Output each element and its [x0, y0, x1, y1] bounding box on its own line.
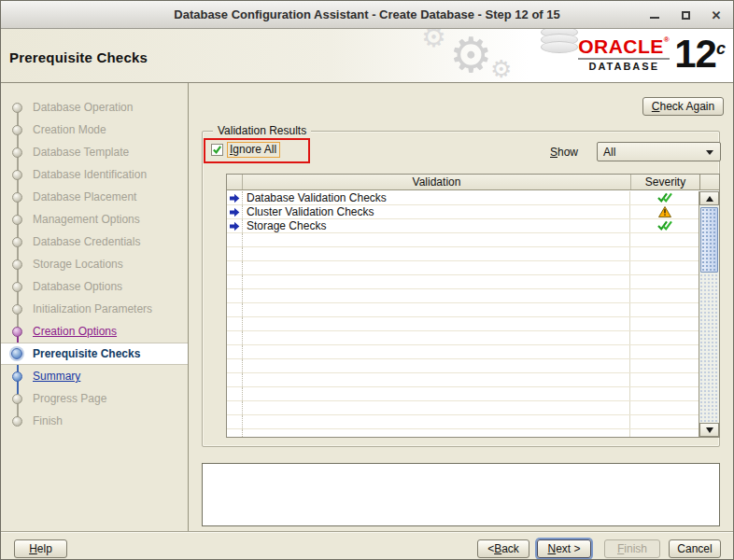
- chevron-down-icon: [706, 150, 713, 155]
- ignore-all-checkbox[interactable]: [211, 144, 223, 156]
- step-circle-icon: [11, 348, 22, 359]
- step-circle-icon: [12, 125, 22, 135]
- step-label: Database Placement: [33, 190, 136, 203]
- body: Database OperationCreation ModeDatabase …: [1, 83, 733, 533]
- validation-table-body: Database Validation ChecksCluster Valida…: [227, 191, 699, 437]
- table-row-empty: [227, 401, 699, 415]
- titlebar: Database Configuration Assistant - Creat…: [1, 1, 733, 29]
- step-circle-icon: [12, 304, 22, 315]
- validation-cell: [243, 317, 629, 330]
- header-marker-column: [227, 175, 243, 189]
- scroll-up-icon: [706, 196, 713, 202]
- severity-cell: [629, 205, 699, 218]
- severity-cell: [629, 247, 699, 260]
- step-label: Management Options: [33, 213, 140, 226]
- table-row[interactable]: Database Validation Checks: [227, 191, 699, 205]
- row-marker-cell: [227, 387, 243, 400]
- back-button[interactable]: < Back: [477, 539, 529, 558]
- table-row-empty: [227, 415, 699, 429]
- logo-divider: [578, 58, 670, 60]
- sidebar-item-database-credentials: Database Credentials: [1, 231, 188, 253]
- table-row[interactable]: Storage Checks: [227, 219, 699, 233]
- finish-button: Finish: [604, 539, 660, 558]
- table-row-empty: [227, 233, 699, 247]
- minimize-icon[interactable]: [647, 7, 662, 22]
- severity-cell: [629, 401, 699, 414]
- step-circle-icon: [12, 103, 22, 113]
- severity-cell: [629, 261, 699, 274]
- table-row-empty: [227, 373, 699, 387]
- window-title: Database Configuration Assistant - Creat…: [174, 7, 559, 21]
- validation-results-group: Validation Results Ignore All Show All: [202, 131, 720, 447]
- sidebar-item-creation-options[interactable]: Creation Options: [1, 320, 188, 343]
- header-artwork: ⚙ ⚙ ⚙ ORACLE® DATABASE 12c: [401, 29, 733, 82]
- severity-cell: [629, 233, 699, 246]
- step-label: Creation Mode: [33, 123, 106, 136]
- version-12-text: 12: [674, 32, 716, 76]
- cancel-button[interactable]: Cancel: [669, 539, 721, 558]
- header: ⚙ ⚙ ⚙ ORACLE® DATABASE 12c Prerequisite …: [1, 29, 733, 83]
- severity-cell: [629, 429, 699, 437]
- severity-cell: [629, 345, 699, 358]
- group-label: Validation Results: [213, 124, 311, 137]
- severity-cell: [629, 317, 699, 330]
- next-button[interactable]: Next >: [537, 539, 591, 558]
- severity-cell: [629, 191, 699, 204]
- vertical-scrollbar[interactable]: [699, 191, 719, 437]
- row-marker-cell: [227, 247, 243, 260]
- row-marker-cell: [227, 373, 243, 386]
- validation-cell: Storage Checks: [243, 219, 629, 232]
- database-text: DATABASE: [588, 62, 658, 72]
- sidebar-item-summary[interactable]: Summary: [1, 365, 188, 387]
- severity-cell: [629, 219, 699, 232]
- validation-cell: [243, 415, 629, 428]
- checkmark-icon: [212, 145, 222, 155]
- scrollbar-thumb[interactable]: [700, 207, 718, 273]
- step-label: Database Template: [33, 146, 129, 159]
- table-row-empty: [227, 359, 699, 373]
- table-row-empty: [227, 261, 699, 275]
- scroll-up-button[interactable]: [699, 191, 719, 205]
- warning-triangle-icon: [658, 206, 671, 217]
- ignore-all-label[interactable]: Ignore All: [227, 142, 280, 158]
- dbca-window: Database Configuration Assistant - Creat…: [0, 0, 734, 560]
- validation-cell: [243, 345, 629, 358]
- severity-cell: [629, 359, 699, 372]
- close-icon[interactable]: ✕: [709, 7, 724, 22]
- help-button[interactable]: Help: [14, 539, 67, 558]
- severity-cell: [629, 331, 699, 344]
- step-circle-icon: [12, 394, 22, 404]
- show-dropdown[interactable]: All: [597, 142, 721, 161]
- severity-cell: [629, 275, 699, 288]
- success-double-check-icon: [657, 220, 672, 231]
- scroll-down-icon: [706, 427, 713, 433]
- header-validation: Validation: [243, 175, 630, 189]
- window-controls: ✕: [647, 1, 724, 29]
- scroll-down-button[interactable]: [699, 423, 719, 437]
- step-circle-icon: [12, 237, 22, 247]
- row-marker-cell: [227, 317, 243, 330]
- table-row-empty: [227, 331, 699, 345]
- sidebar: Database OperationCreation ModeDatabase …: [1, 83, 189, 533]
- validation-cell: [243, 359, 629, 372]
- severity-cell: [629, 373, 699, 386]
- table-row-empty: [227, 247, 699, 261]
- step-circle-icon: [12, 192, 22, 203]
- table-row[interactable]: Cluster Validation Checks: [227, 205, 699, 219]
- header-severity: Severity: [630, 175, 699, 189]
- validation-cell: [243, 233, 629, 246]
- sidebar-item-database-identification: Database Identification: [1, 163, 188, 186]
- check-again-button[interactable]: Check Again: [642, 97, 724, 116]
- step-label: Finish: [33, 414, 63, 427]
- validation-cell: [243, 429, 629, 437]
- sidebar-item-database-options: Database Options: [1, 275, 188, 298]
- step-label: Initialization Parameters: [33, 302, 152, 315]
- validation-cell: [243, 261, 629, 274]
- maximize-icon[interactable]: [678, 7, 693, 22]
- oracle-brand-text: ORACLE®: [578, 36, 670, 56]
- sidebar-item-prerequisite-checks[interactable]: Prerequisite Checks: [1, 343, 188, 365]
- table-row-empty: [227, 275, 699, 289]
- sidebar-item-creation-mode: Creation Mode: [1, 119, 188, 141]
- step-circle-icon: [12, 147, 22, 158]
- row-marker-cell: [227, 261, 243, 274]
